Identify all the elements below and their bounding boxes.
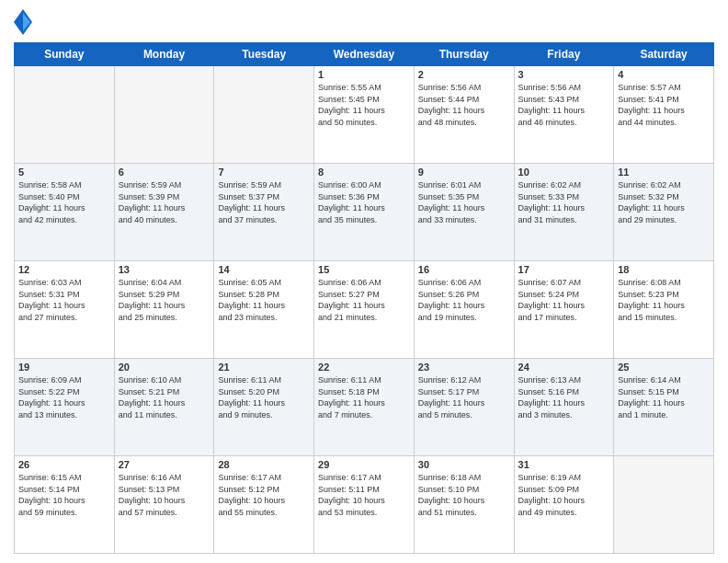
day-number: 22 <box>318 362 410 373</box>
day-info: Sunrise: 6:18 AM Sunset: 5:10 PM Dayligh… <box>418 472 510 518</box>
day-number: 20 <box>119 362 210 373</box>
calendar-cell: 4Sunrise: 5:57 AM Sunset: 5:41 PM Daylig… <box>614 66 714 164</box>
day-number: 23 <box>418 362 510 373</box>
weekday-header-saturday: Saturday <box>614 43 714 66</box>
logo-icon <box>14 9 32 35</box>
day-number: 26 <box>18 459 110 470</box>
day-number: 30 <box>418 459 510 470</box>
calendar-cell: 25Sunrise: 6:14 AM Sunset: 5:15 PM Dayli… <box>614 359 714 456</box>
day-info: Sunrise: 5:59 AM Sunset: 5:39 PM Dayligh… <box>119 179 210 225</box>
day-number: 18 <box>618 264 710 275</box>
day-number: 27 <box>119 459 210 470</box>
day-info: Sunrise: 6:13 AM Sunset: 5:16 PM Dayligh… <box>518 374 610 420</box>
calendar-cell: 11Sunrise: 6:02 AM Sunset: 5:32 PM Dayli… <box>614 164 714 261</box>
calendar-cell <box>214 66 314 164</box>
calendar-cell <box>15 66 115 164</box>
day-info: Sunrise: 5:56 AM Sunset: 5:44 PM Dayligh… <box>418 82 510 128</box>
day-number: 7 <box>218 167 310 178</box>
weekday-header-thursday: Thursday <box>414 43 514 66</box>
day-info: Sunrise: 5:55 AM Sunset: 5:45 PM Dayligh… <box>318 82 410 128</box>
day-number: 4 <box>618 69 710 80</box>
day-info: Sunrise: 6:08 AM Sunset: 5:23 PM Dayligh… <box>618 277 710 323</box>
calendar-cell: 8Sunrise: 6:00 AM Sunset: 5:36 PM Daylig… <box>314 164 415 261</box>
day-number: 24 <box>518 362 610 373</box>
day-info: Sunrise: 6:17 AM Sunset: 5:12 PM Dayligh… <box>218 472 310 518</box>
day-info: Sunrise: 6:02 AM Sunset: 5:33 PM Dayligh… <box>518 179 610 225</box>
day-info: Sunrise: 6:19 AM Sunset: 5:09 PM Dayligh… <box>518 472 610 518</box>
header <box>14 9 714 35</box>
day-info: Sunrise: 5:56 AM Sunset: 5:43 PM Dayligh… <box>518 82 610 128</box>
day-number: 13 <box>119 264 210 275</box>
calendar-cell: 17Sunrise: 6:07 AM Sunset: 5:24 PM Dayli… <box>514 261 614 359</box>
calendar-cell: 16Sunrise: 6:06 AM Sunset: 5:26 PM Dayli… <box>414 261 514 359</box>
weekday-header-tuesday: Tuesday <box>214 43 314 66</box>
day-number: 29 <box>318 459 410 470</box>
week-row-4: 19Sunrise: 6:09 AM Sunset: 5:22 PM Dayli… <box>15 359 714 456</box>
calendar-cell <box>114 66 214 164</box>
day-number: 25 <box>618 362 710 373</box>
day-info: Sunrise: 6:07 AM Sunset: 5:24 PM Dayligh… <box>518 277 610 323</box>
calendar-cell: 29Sunrise: 6:17 AM Sunset: 5:11 PM Dayli… <box>314 456 415 554</box>
calendar-cell: 2Sunrise: 5:56 AM Sunset: 5:44 PM Daylig… <box>414 66 514 164</box>
day-info: Sunrise: 6:06 AM Sunset: 5:27 PM Dayligh… <box>318 277 410 323</box>
day-number: 6 <box>119 167 210 178</box>
calendar-cell: 20Sunrise: 6:10 AM Sunset: 5:21 PM Dayli… <box>114 359 214 456</box>
day-number: 1 <box>318 69 410 80</box>
calendar-cell: 22Sunrise: 6:11 AM Sunset: 5:18 PM Dayli… <box>314 359 415 456</box>
weekday-header-wednesday: Wednesday <box>314 43 415 66</box>
calendar-cell: 3Sunrise: 5:56 AM Sunset: 5:43 PM Daylig… <box>514 66 614 164</box>
calendar-cell: 13Sunrise: 6:04 AM Sunset: 5:29 PM Dayli… <box>114 261 214 359</box>
day-info: Sunrise: 6:03 AM Sunset: 5:31 PM Dayligh… <box>18 277 110 323</box>
day-number: 28 <box>218 459 310 470</box>
day-number: 31 <box>518 459 610 470</box>
page: SundayMondayTuesdayWednesdayThursdayFrid… <box>0 0 728 563</box>
calendar-cell: 12Sunrise: 6:03 AM Sunset: 5:31 PM Dayli… <box>15 261 115 359</box>
weekday-header-monday: Monday <box>114 43 214 66</box>
day-number: 12 <box>18 264 110 275</box>
day-info: Sunrise: 5:58 AM Sunset: 5:40 PM Dayligh… <box>18 179 110 225</box>
day-number: 2 <box>418 69 510 80</box>
calendar-cell: 18Sunrise: 6:08 AM Sunset: 5:23 PM Dayli… <box>614 261 714 359</box>
calendar-header: SundayMondayTuesdayWednesdayThursdayFrid… <box>15 43 714 66</box>
day-number: 14 <box>218 264 310 275</box>
day-number: 21 <box>218 362 310 373</box>
day-number: 16 <box>418 264 510 275</box>
day-info: Sunrise: 6:10 AM Sunset: 5:21 PM Dayligh… <box>119 374 210 420</box>
day-number: 3 <box>518 69 610 80</box>
calendar-cell: 6Sunrise: 5:59 AM Sunset: 5:39 PM Daylig… <box>114 164 214 261</box>
calendar-cell: 15Sunrise: 6:06 AM Sunset: 5:27 PM Dayli… <box>314 261 415 359</box>
day-number: 19 <box>18 362 110 373</box>
day-info: Sunrise: 6:15 AM Sunset: 5:14 PM Dayligh… <box>18 472 110 518</box>
calendar-cell: 7Sunrise: 5:59 AM Sunset: 5:37 PM Daylig… <box>214 164 314 261</box>
calendar-cell: 28Sunrise: 6:17 AM Sunset: 5:12 PM Dayli… <box>214 456 314 554</box>
calendar-cell: 10Sunrise: 6:02 AM Sunset: 5:33 PM Dayli… <box>514 164 614 261</box>
calendar-body: 1Sunrise: 5:55 AM Sunset: 5:45 PM Daylig… <box>15 66 714 554</box>
day-info: Sunrise: 6:01 AM Sunset: 5:35 PM Dayligh… <box>418 179 510 225</box>
day-info: Sunrise: 6:05 AM Sunset: 5:28 PM Dayligh… <box>218 277 310 323</box>
week-row-2: 5Sunrise: 5:58 AM Sunset: 5:40 PM Daylig… <box>15 164 714 261</box>
day-info: Sunrise: 6:00 AM Sunset: 5:36 PM Dayligh… <box>318 179 410 225</box>
calendar-cell: 21Sunrise: 6:11 AM Sunset: 5:20 PM Dayli… <box>214 359 314 456</box>
day-info: Sunrise: 6:11 AM Sunset: 5:20 PM Dayligh… <box>218 374 310 420</box>
calendar-cell: 19Sunrise: 6:09 AM Sunset: 5:22 PM Dayli… <box>15 359 115 456</box>
day-info: Sunrise: 6:11 AM Sunset: 5:18 PM Dayligh… <box>318 374 410 420</box>
calendar-cell: 31Sunrise: 6:19 AM Sunset: 5:09 PM Dayli… <box>514 456 614 554</box>
day-info: Sunrise: 6:12 AM Sunset: 5:17 PM Dayligh… <box>418 374 510 420</box>
weekday-row: SundayMondayTuesdayWednesdayThursdayFrid… <box>15 43 714 66</box>
day-number: 8 <box>318 167 410 178</box>
week-row-3: 12Sunrise: 6:03 AM Sunset: 5:31 PM Dayli… <box>15 261 714 359</box>
day-info: Sunrise: 6:02 AM Sunset: 5:32 PM Dayligh… <box>618 179 710 225</box>
day-info: Sunrise: 6:09 AM Sunset: 5:22 PM Dayligh… <box>18 374 110 420</box>
day-number: 10 <box>518 167 610 178</box>
calendar-cell <box>614 456 714 554</box>
logo <box>14 9 36 35</box>
calendar-cell: 14Sunrise: 6:05 AM Sunset: 5:28 PM Dayli… <box>214 261 314 359</box>
day-number: 11 <box>618 167 710 178</box>
weekday-header-friday: Friday <box>514 43 614 66</box>
day-number: 5 <box>18 167 110 178</box>
day-info: Sunrise: 6:17 AM Sunset: 5:11 PM Dayligh… <box>318 472 410 518</box>
week-row-1: 1Sunrise: 5:55 AM Sunset: 5:45 PM Daylig… <box>15 66 714 164</box>
day-info: Sunrise: 6:04 AM Sunset: 5:29 PM Dayligh… <box>119 277 210 323</box>
week-row-5: 26Sunrise: 6:15 AM Sunset: 5:14 PM Dayli… <box>15 456 714 554</box>
calendar-cell: 1Sunrise: 5:55 AM Sunset: 5:45 PM Daylig… <box>314 66 415 164</box>
